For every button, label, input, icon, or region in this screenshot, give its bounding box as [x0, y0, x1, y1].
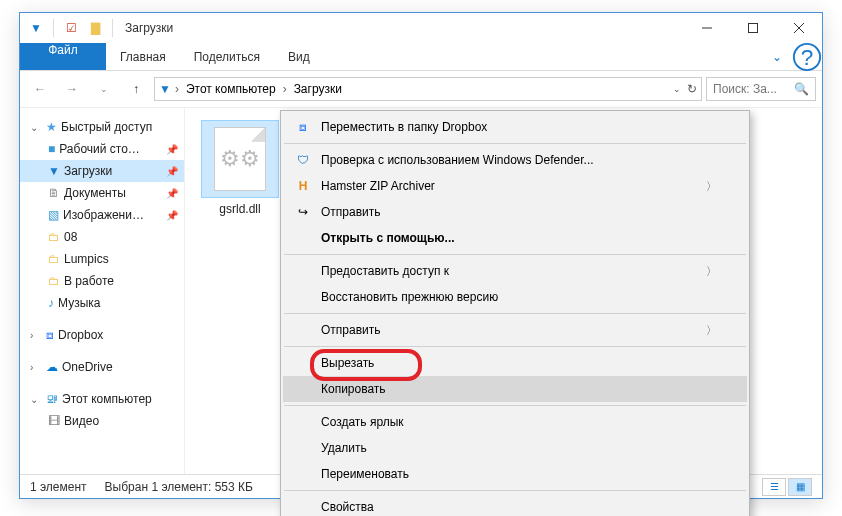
forward-button[interactable]: →	[58, 75, 86, 103]
nav-toolbar: ← → ⌄ ↑ ▼ › Этот компьютер › Загрузки ⌄ …	[20, 71, 822, 107]
nav-tree: ⌄★Быстрый доступ ■Рабочий сто…📌 ▼Загрузк…	[20, 108, 185, 474]
ctx-send1[interactable]: ↪Отправить	[283, 199, 747, 225]
pin-icon: 📌	[166, 210, 178, 221]
help-icon[interactable]: ?	[792, 43, 822, 70]
shield-icon: 🛡	[291, 153, 315, 167]
breadcrumb-segment[interactable]: Этот компьютер	[183, 82, 279, 96]
tree-folder-lumpics[interactable]: 🗀Lumpics	[20, 248, 184, 270]
tab-view[interactable]: Вид	[274, 43, 324, 70]
up-button[interactable]: ↑	[122, 75, 150, 103]
tree-onedrive[interactable]: ›☁OneDrive	[20, 356, 184, 378]
address-bar[interactable]: ▼ › Этот компьютер › Загрузки ⌄ ↻	[154, 77, 702, 101]
address-dropdown-icon[interactable]: ⌄	[673, 84, 681, 94]
search-input[interactable]: Поиск: За... 🔍	[706, 77, 816, 101]
gear-icon: ⚙⚙	[220, 146, 260, 172]
view-icons-button[interactable]: ▦	[788, 478, 812, 496]
svg-text:?: ?	[801, 44, 814, 69]
recent-dropdown-icon[interactable]: ⌄	[90, 75, 118, 103]
folder-icon: ▼	[159, 82, 171, 96]
tree-dropbox[interactable]: ›⧈Dropbox	[20, 324, 184, 346]
tree-folder-work[interactable]: 🗀В работе	[20, 270, 184, 292]
breadcrumb-segment[interactable]: Загрузки	[291, 82, 345, 96]
ctx-delete[interactable]: Удалить	[283, 435, 747, 461]
chevron-right-icon: 〉	[706, 179, 717, 194]
pin-icon: 📌	[166, 144, 178, 155]
tree-downloads[interactable]: ▼Загрузки📌	[20, 160, 184, 182]
ctx-grant-access[interactable]: Предоставить доступ к〉	[283, 258, 747, 284]
file-name: gsrld.dll	[219, 202, 260, 216]
tree-quick-access[interactable]: ⌄★Быстрый доступ	[20, 116, 184, 138]
chevron-right-icon: 〉	[706, 323, 717, 338]
ctx-copy[interactable]: Копировать	[283, 376, 747, 402]
search-icon[interactable]: 🔍	[794, 82, 809, 96]
window-title: Загрузки	[125, 21, 173, 35]
context-menu: ⧈Переместить в папку Dropbox 🛡Проверка с…	[280, 110, 750, 516]
maximize-button[interactable]	[730, 13, 776, 43]
share-icon: ↪	[291, 205, 315, 219]
svg-rect-0	[749, 24, 758, 33]
tab-file[interactable]: Файл	[20, 43, 106, 70]
qat-folder-icon[interactable]: ▇	[84, 17, 106, 39]
tree-documents[interactable]: 🗎Документы📌	[20, 182, 184, 204]
ctx-restore-version[interactable]: Восстановить прежнюю версию	[283, 284, 747, 310]
search-placeholder: Поиск: За...	[713, 82, 777, 96]
ribbon-tabs: Файл Главная Поделиться Вид ⌄ ?	[20, 43, 822, 71]
qat-down-arrow-icon[interactable]: ▼	[25, 17, 47, 39]
tree-video[interactable]: 🎞Видео	[20, 410, 184, 432]
status-selection: Выбран 1 элемент: 553 КБ	[105, 480, 253, 494]
ribbon-expand-icon[interactable]: ⌄	[762, 43, 792, 70]
refresh-icon[interactable]: ↻	[687, 82, 697, 96]
chevron-right-icon[interactable]: ›	[175, 82, 179, 96]
tab-share[interactable]: Поделиться	[180, 43, 274, 70]
ctx-create-shortcut[interactable]: Создать ярлык	[283, 409, 747, 435]
ctx-hamster[interactable]: HHamster ZIP Archiver〉	[283, 173, 747, 199]
minimize-button[interactable]	[684, 13, 730, 43]
ctx-properties[interactable]: Свойства	[283, 494, 747, 516]
qat-checkbox-icon[interactable]: ☑	[60, 17, 82, 39]
ctx-defender[interactable]: 🛡Проверка с использованием Windows Defen…	[283, 147, 747, 173]
tree-pictures[interactable]: ▧Изображени…📌	[20, 204, 184, 226]
ctx-cut[interactable]: Вырезать	[283, 350, 747, 376]
dll-file-icon: ⚙⚙	[214, 127, 266, 191]
ctx-dropbox[interactable]: ⧈Переместить в папку Dropbox	[283, 114, 747, 140]
tab-home[interactable]: Главная	[106, 43, 180, 70]
back-button[interactable]: ←	[26, 75, 54, 103]
ctx-rename[interactable]: Переименовать	[283, 461, 747, 487]
pin-icon: 📌	[166, 166, 178, 177]
pin-icon: 📌	[166, 188, 178, 199]
view-details-button[interactable]: ☰	[762, 478, 786, 496]
tree-desktop[interactable]: ■Рабочий сто…📌	[20, 138, 184, 160]
status-item-count: 1 элемент	[30, 480, 87, 494]
chevron-right-icon: 〉	[706, 264, 717, 279]
titlebar: ▼ ☑ ▇ Загрузки	[20, 13, 822, 43]
tree-folder-08[interactable]: 🗀08	[20, 226, 184, 248]
file-item[interactable]: ⚙⚙ gsrld.dll	[197, 120, 283, 216]
close-button[interactable]	[776, 13, 822, 43]
ctx-send2[interactable]: Отправить〉	[283, 317, 747, 343]
tree-this-pc[interactable]: ⌄🖳Этот компьютер	[20, 388, 184, 410]
chevron-right-icon[interactable]: ›	[283, 82, 287, 96]
ctx-open-with[interactable]: Открыть с помощью...	[283, 225, 747, 251]
hamster-icon: H	[291, 179, 315, 193]
tree-music[interactable]: ♪Музыка	[20, 292, 184, 314]
dropbox-icon: ⧈	[291, 120, 315, 134]
